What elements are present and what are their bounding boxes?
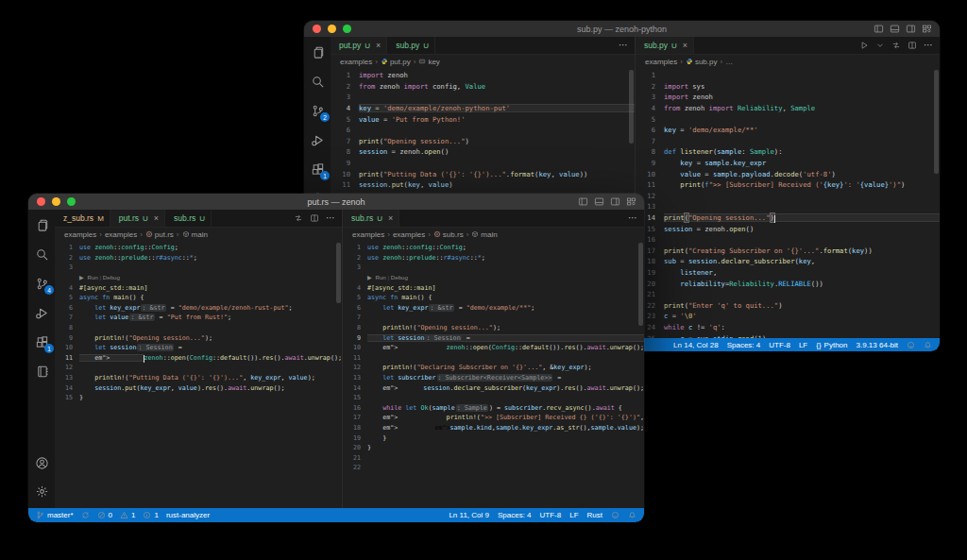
- code-line[interactable]: 2 use zenoh::prelude::r#async::*;: [343, 253, 644, 263]
- status-rust[interactable]: Rust: [587, 511, 602, 519]
- status-ln-14-col-28[interactable]: Ln 14, Col 28: [673, 341, 719, 349]
- code-line[interactable]: 9 println!("Opening session...");: [55, 332, 342, 343]
- code-line[interactable]: 19 }: [343, 433, 644, 443]
- code-line[interactable]: 16 while let Ok(sample: Sample) = subscr…: [343, 403, 644, 414]
- code-line[interactable]: 3: [55, 263, 342, 273]
- panel-left-icon[interactable]: [874, 24, 884, 34]
- scrollbar[interactable]: [934, 70, 939, 174]
- breadcrumb-item[interactable]: examples: [352, 230, 384, 239]
- code-line[interactable]: 15: [343, 393, 644, 403]
- breadcrumb-item[interactable]: sub.rs: [433, 230, 464, 239]
- code-line[interactable]: 8: [55, 323, 342, 333]
- code-line[interactable]: 17 em">println!(">> [Subscriber] Receive…: [343, 413, 644, 423]
- code-line[interactable]: 8 def listener(sample: Sample):: [636, 146, 940, 158]
- breadcrumb-item[interactable]: put.rs: [145, 230, 174, 239]
- code-line[interactable]: 11 print(f">> [Subscriber] Received ('{k…: [636, 179, 940, 191]
- zoom-window-button[interactable]: [67, 197, 76, 206]
- zoom-window-button[interactable]: [343, 25, 351, 33]
- code-line[interactable]: 16: [636, 234, 940, 246]
- editor-subrs[interactable]: 1 use zenoh::config::Config; 2 use zenoh…: [343, 241, 644, 508]
- code-line[interactable]: 1 import zenoh: [331, 70, 635, 81]
- code-line[interactable]: 12: [636, 191, 940, 202]
- activity-run-debug[interactable]: [32, 303, 51, 322]
- status-0[interactable]: 0: [97, 511, 112, 519]
- status-python[interactable]: {}Python: [816, 341, 847, 349]
- tab-sub.rs[interactable]: sub.rs U: [165, 210, 212, 227]
- code-line[interactable]: 12 println!("Declaring Subscriber on '{}…: [343, 363, 644, 373]
- minimize-window-button[interactable]: [328, 25, 336, 33]
- code-line[interactable]: 10 print("Putting Data ('{}': '{}')...".…: [331, 168, 635, 179]
- close-icon[interactable]: ×: [388, 213, 393, 223]
- more-actions-icon[interactable]: ⋯: [628, 213, 637, 223]
- close-window-button[interactable]: [37, 197, 45, 206]
- status-bell[interactable]: [628, 511, 636, 519]
- status-1[interactable]: 1: [120, 511, 135, 519]
- code-line[interactable]: 15 }: [55, 393, 342, 403]
- code-line[interactable]: 24 while c != 'q':: [636, 322, 940, 333]
- scrollbar[interactable]: [629, 70, 634, 144]
- code-line[interactable]: 10 let session: Session =: [55, 343, 342, 353]
- code-line[interactable]: 5 async fn main() {: [343, 293, 644, 303]
- code-line[interactable]: 7: [636, 136, 940, 147]
- code-line[interactable]: 3 import zenoh: [636, 92, 940, 103]
- status-utf-8[interactable]: UTF-8: [769, 341, 790, 349]
- code-line[interactable]: 7 print("Opening session..."): [331, 136, 635, 147]
- breadcrumb-item[interactable]: main: [182, 230, 208, 239]
- status-rust-analyzer[interactable]: rust-analyzer: [166, 511, 210, 519]
- code-line[interactable]: 9 key = sample.key_expr: [636, 158, 940, 169]
- code-line[interactable]: 19 listener,: [636, 267, 940, 279]
- breadcrumb-item[interactable]: main: [471, 230, 497, 239]
- more-actions-icon[interactable]: ⋯: [326, 213, 335, 223]
- code-line[interactable]: 14 session.put(key_expr, value).res().aw…: [55, 382, 342, 393]
- code-line[interactable]: 7 let value: &str = "Put from Rust!";: [55, 313, 342, 323]
- code-line[interactable]: 11 em">zenoh::open(Config::default()).re…: [55, 353, 342, 364]
- breadcrumb-item[interactable]: examples: [340, 58, 372, 66]
- activity-settings[interactable]: [32, 482, 51, 501]
- code-line[interactable]: 6 let key_expr: &str = "demo/example/**"…: [343, 303, 644, 314]
- code-line[interactable]: 5: [636, 113, 940, 125]
- status-sync[interactable]: [81, 511, 90, 519]
- status-master-[interactable]: master*: [36, 511, 74, 519]
- code-line[interactable]: 9: [331, 158, 635, 169]
- tab-put.rs[interactable]: put.rs U ×: [110, 210, 165, 227]
- code-line[interactable]: 6: [331, 125, 635, 136]
- code-line[interactable]: 6 key = 'demo/example/**': [636, 125, 940, 136]
- status-spaces-4[interactable]: Spaces: 4: [498, 511, 532, 519]
- breadcrumb-item[interactable]: examples: [64, 230, 96, 239]
- code-line[interactable]: 8 session = zenoh.open(): [331, 146, 635, 158]
- code-line[interactable]: 12: [55, 363, 342, 373]
- layout-custom-icon[interactable]: [922, 24, 932, 34]
- activity-source-control[interactable]: 4: [32, 274, 51, 293]
- close-window-button[interactable]: [313, 25, 321, 33]
- tab-sub.py[interactable]: sub.py U ×: [636, 37, 694, 54]
- more-actions-icon[interactable]: ⋯: [924, 41, 933, 50]
- code-line[interactable]: 1 use zenoh::config::Config;: [55, 243, 342, 253]
- open-changes-icon[interactable]: [294, 213, 303, 223]
- code-line[interactable]: 13 let subscriber: Subscriber<Receiver<S…: [343, 373, 644, 383]
- breadcrumb-item[interactable]: sub.py: [686, 58, 718, 66]
- run-icon[interactable]: [859, 41, 869, 50]
- code-line[interactable]: 7: [343, 313, 644, 323]
- activity-notebook[interactable]: [32, 362, 51, 381]
- code-line[interactable]: 14 em">session.declare_subscriber(key_ex…: [343, 382, 644, 393]
- close-icon[interactable]: ×: [683, 41, 687, 50]
- code-line[interactable]: 22: [343, 463, 644, 473]
- titlebar-front[interactable]: put.rs — zenoh: [28, 194, 644, 210]
- activity-extensions[interactable]: 1: [308, 160, 327, 178]
- code-line[interactable]: 20 reliability=Reliability.RELIABLE()): [636, 278, 940, 289]
- activity-source-control[interactable]: 2: [308, 101, 327, 120]
- breadcrumb-item[interactable]: examples: [105, 230, 137, 239]
- tab-sub.rs[interactable]: sub.rs U ×: [343, 210, 399, 227]
- close-icon[interactable]: ×: [154, 213, 159, 223]
- code-line[interactable]: 2 use zenoh::prelude::r#async::*;: [55, 253, 342, 263]
- code-line[interactable]: 2 import sys: [636, 81, 940, 93]
- layout-custom-icon[interactable]: [626, 196, 636, 207]
- status-utf-8[interactable]: UTF-8: [540, 511, 562, 519]
- window-zenoh-rust[interactable]: put.rs — zenoh 41 z_sub.rs M put.rs U × …: [28, 194, 644, 522]
- code-line[interactable]: 10 em">zenoh::open(Config::default()).re…: [343, 343, 644, 353]
- code-line[interactable]: 21: [636, 289, 940, 300]
- code-line[interactable]: 23 c = '\0': [636, 311, 940, 322]
- breadcrumb-item[interactable]: …: [725, 58, 733, 66]
- code-line[interactable]: 13 println!("Putting Data ('{}': '{}')..…: [55, 373, 342, 383]
- code-line[interactable]: 1 use zenoh::config::Config;: [343, 243, 644, 253]
